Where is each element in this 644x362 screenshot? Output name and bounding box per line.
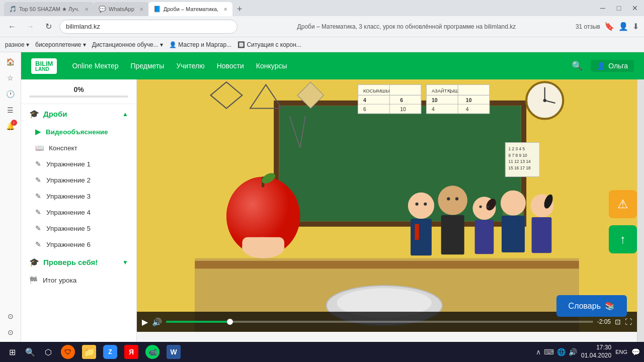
close-button[interactable]: ✕ (630, 4, 640, 12)
download-icon[interactable]: ⬇ (632, 22, 639, 31)
check-section-left: 🎓 Проверь себя! (29, 257, 98, 267)
tray-keyboard[interactable]: ⌨ (544, 348, 554, 356)
browser-tabs: 🎵 Top 50 SHAZAM ★ Луч... ✕ 💬 WhatsApp ✕ … (4, 0, 594, 16)
tray-network[interactable]: 🌐 (557, 348, 566, 356)
circle-icon2[interactable]: ⊙ (4, 326, 17, 339)
menu-ex3[interactable]: ✎ Упражнение 3 (21, 188, 136, 204)
notification-icon[interactable]: 🔔 ! (4, 120, 17, 133)
pip-button[interactable]: ⊡ (615, 318, 621, 326)
svg-text:4: 4 (432, 107, 435, 112)
notification-tray-icon[interactable]: 💬 (631, 348, 640, 356)
circle-icon[interactable]: ⊙ (4, 310, 17, 323)
tab-shazam[interactable]: 🎵 Top 50 SHAZAM ★ Луч... ✕ (4, 2, 94, 16)
search-button[interactable]: 🔍 (572, 60, 583, 71)
user-menu-button[interactable]: 👤 Ольга (591, 60, 634, 72)
svg-point-52 (438, 186, 467, 215)
fullscreen-button[interactable]: ⛶ (625, 318, 632, 326)
menu-video[interactable]: ▶ Видеообъяснение (21, 124, 136, 140)
svg-text:10: 10 (466, 98, 472, 103)
scroll-up-button[interactable]: ↑ (609, 225, 637, 253)
nav-online-mekter[interactable]: Online Мектер (72, 62, 118, 70)
forward-button[interactable]: → (23, 22, 37, 31)
nav-uchitelyu[interactable]: Учителю (176, 62, 204, 70)
menu-ex1[interactable]: ✎ Упражнение 1 (21, 156, 136, 172)
svg-rect-50 (411, 219, 432, 255)
svg-rect-45 (195, 261, 579, 269)
taskbar-avast[interactable]: 🛡 (58, 342, 77, 361)
logo[interactable]: BILIM LAND (31, 58, 57, 74)
lang-indicator[interactable]: ENG (615, 349, 627, 355)
tab-shazam-close[interactable]: ✕ (85, 7, 89, 12)
clock-icon[interactable]: 🕐 (4, 87, 17, 101)
check-section-header[interactable]: 🎓 Проверь себя! ▼ (21, 252, 136, 272)
tray-chevron[interactable]: ∧ (536, 348, 541, 356)
video-progress-thumb[interactable] (227, 319, 233, 325)
menu-ex2[interactable]: ✎ Упражнение 2 (21, 172, 136, 188)
taskbar-explorer[interactable]: 📁 (79, 342, 99, 361)
play-pause-button[interactable]: ▶ (142, 317, 148, 327)
final-item[interactable]: 🏁 Итог урока (21, 272, 136, 288)
edit-icon-2: ✎ (35, 176, 41, 184)
menu-ex4[interactable]: ✎ Упражнение 4 (21, 204, 136, 220)
taskbar-vcall[interactable]: 📹 (143, 342, 162, 361)
tray-volume[interactable]: 🔊 (569, 348, 577, 356)
bookmark-situacia[interactable]: 🔲 Ситуация с корон... (237, 41, 301, 48)
section-drobi-header[interactable]: 🎓 Дроби ▲ (21, 104, 136, 124)
bookmark-master[interactable]: 👤 Мастер и Маргар... (169, 41, 231, 48)
progress-bar-container (29, 96, 128, 98)
section-title: Дроби (43, 110, 67, 118)
book-icon: 📖 (35, 144, 44, 152)
home-icon[interactable]: 🏠 (4, 55, 17, 68)
taskbar-clock[interactable]: 17:30 01.04.2020 (581, 344, 611, 359)
scrollbar-area[interactable] (637, 79, 644, 342)
tab-whatsapp[interactable]: 💬 WhatsApp ✕ (94, 2, 148, 16)
video-container[interactable]: КОСЫМШЫ 4 6 6 10 АЗАЙТҚЫШ 10 10 (137, 79, 637, 332)
minimize-button[interactable]: ─ (598, 4, 608, 12)
nav-predmety[interactable]: Предметы (130, 62, 164, 70)
list-icon[interactable]: ☰ (4, 104, 17, 117)
back-button[interactable]: ← (5, 22, 19, 31)
start-button[interactable]: ⊞ (4, 344, 20, 360)
svg-point-66 (479, 205, 482, 208)
alert-button[interactable]: ⚠ (609, 190, 637, 218)
bookmark-bisero[interactable]: бисероплетение ▾ (35, 41, 86, 48)
menu-notes[interactable]: 📖 Конспект (21, 140, 136, 156)
site-header: BILIM LAND Online Мектер Предметы Учител… (21, 52, 644, 79)
edit-icon-1: ✎ (35, 160, 41, 168)
new-tab-button[interactable]: + (232, 2, 247, 16)
check-graduation-icon: 🎓 (29, 257, 39, 267)
search-taskbar-button[interactable]: 🔍 (22, 344, 38, 360)
site-wrapper: BILIM LAND Online Мектер Предметы Учител… (21, 52, 644, 342)
taskbar-word[interactable]: W (164, 342, 183, 361)
video-area: КОСЫМШЫ 4 6 6 10 АЗАЙТҚЫШ 10 10 (137, 79, 637, 342)
video-progress-track[interactable] (166, 321, 593, 323)
bookmark-raznoe[interactable]: разное ▾ (5, 41, 29, 48)
nav-novosti[interactable]: Новости (217, 62, 244, 70)
volume-button[interactable]: 🔊 (152, 317, 162, 327)
svg-text:4: 4 (466, 107, 469, 112)
bookmark-icon[interactable]: 🔖 (604, 22, 614, 31)
svg-text:11 12 13 14: 11 12 13 14 (509, 159, 531, 164)
address-bar[interactable]: bilimland.kz (59, 20, 237, 34)
maximize-button[interactable]: □ (614, 4, 624, 12)
taskbar-yandex[interactable]: Я (122, 342, 141, 361)
address-text: bilimland.kz (66, 23, 100, 30)
tab-drobi[interactable]: 📘 Дроби – Математика, ✕ (148, 2, 232, 16)
bottom-bar: Словарь 📚 (137, 332, 637, 342)
menu-ex6-label: Упражнение 6 (46, 241, 91, 248)
taskbar-zoom[interactable]: Z (101, 342, 120, 361)
refresh-button[interactable]: ↻ (41, 22, 55, 31)
tab-drobi-close[interactable]: ✕ (223, 7, 227, 12)
dictionary-button[interactable]: Словарь 📚 (556, 295, 627, 317)
menu-video-label: Видеообъяснение (46, 128, 108, 136)
nav-konkursy[interactable]: Конкурсы (256, 62, 287, 70)
user-avatar-icon: 👤 (597, 62, 605, 70)
task-view-button[interactable]: ⬡ (40, 344, 56, 360)
tab-whatsapp-close[interactable]: ✕ (139, 7, 143, 12)
menu-ex5[interactable]: ✎ Упражнение 5 (21, 220, 136, 236)
star-icon[interactable]: ☆ (4, 71, 17, 84)
menu-ex4-label: Упражнение 4 (46, 209, 91, 216)
profile-icon[interactable]: 👤 (618, 22, 628, 31)
bookmark-distant[interactable]: Дистанционное обуче... ▾ (92, 41, 163, 48)
menu-ex6[interactable]: ✎ Упражнение 6 (21, 236, 136, 252)
